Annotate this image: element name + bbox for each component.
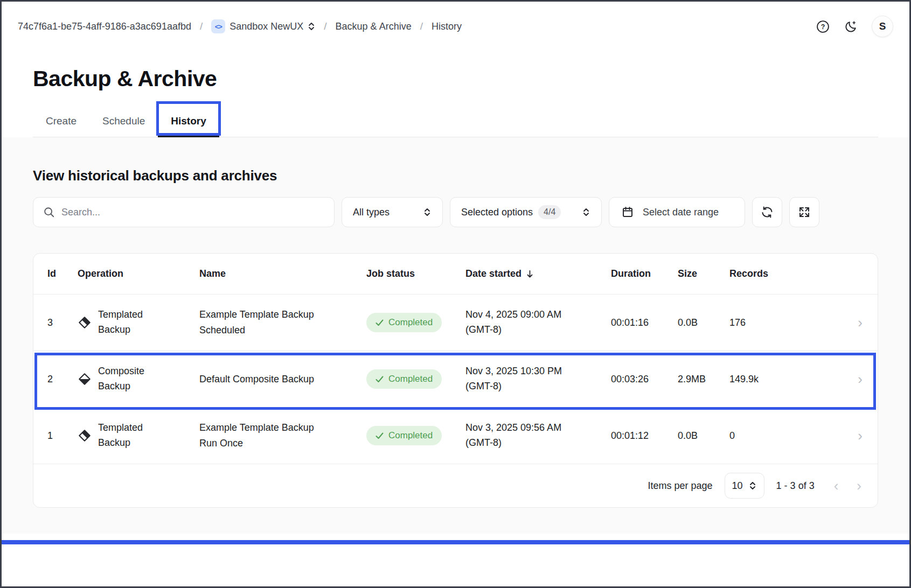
composite-backup-icon [78,372,92,386]
cell-operation: Templated Backup [78,421,199,451]
options-filter-select[interactable]: Selected options 4/4 [450,197,602,227]
sort-desc-icon [526,270,534,278]
type-filter-select[interactable]: All types [342,197,443,227]
options-count-badge: 4/4 [538,205,561,219]
code-brackets-icon: <> [211,19,225,33]
table-pagination: Items per page 10 1 - 3 of 3 ‹ › [33,464,878,507]
date-value: Nov 3, 2025 10:30 PM [465,364,611,379]
bottom-whitespace [2,544,909,586]
cell-id: 2 [47,374,78,385]
col-header-name[interactable]: Name [199,268,366,279]
breadcrumb-org-id[interactable]: 74c7f6a1-be75-4aff-9186-a3ac691aafbd [18,21,191,32]
col-header-operation[interactable]: Operation [78,268,199,279]
cell-operation: Composite Backup [78,364,199,394]
items-per-page-value: 10 [732,480,743,492]
cell-job-status: Completed [366,313,465,332]
cell-records: 176 [729,317,785,328]
cell-size: 0.0B [678,317,729,328]
tab-create[interactable]: Create [33,106,89,137]
cell-date-started: Nov 3, 2025 10:30 PM (GMT-8) [465,364,611,394]
operation-label: Composite Backup [98,364,154,394]
cell-job-status: Completed [366,369,465,389]
templated-backup-icon [78,429,92,443]
status-label: Completed [388,430,433,441]
timezone-value: (GMT-8) [465,323,611,338]
timezone-value: (GMT-8) [465,379,611,394]
filter-toolbar: All types Selected options 4/4 Select da… [33,197,878,227]
history-table: Id Operation Name Job status Date starte… [33,253,878,508]
search-input[interactable] [61,207,324,218]
cell-duration: 00:01:16 [611,317,678,328]
cell-records: 149.9k [729,374,785,385]
check-icon [375,319,384,326]
check-icon [375,376,384,383]
page-header: Backup & Archive Create Schedule History [2,66,909,137]
pagination-prev-icon[interactable]: ‹ [834,479,839,493]
tab-schedule-label: Schedule [102,115,145,127]
chevron-up-down-icon [748,480,757,491]
cell-name: Example Template Backup Run Once [199,420,334,451]
cell-id: 3 [47,317,78,328]
status-badge: Completed [366,426,442,445]
table-header-row: Id Operation Name Job status Date starte… [33,254,878,294]
cell-size: 2.9MB [678,374,729,385]
chevron-up-down-icon [423,207,432,218]
svg-text:?: ? [820,23,825,30]
dark-mode-moon-icon[interactable] [844,19,858,33]
status-badge: Completed [366,369,442,389]
tab-bar: Create Schedule History [33,106,878,137]
cell-date-started: Nov 4, 2025 09:00 AM (GMT-8) [465,307,611,338]
cell-records: 0 [729,430,785,442]
items-per-page-select[interactable]: 10 [725,473,764,499]
tab-history-label: History [171,115,206,127]
status-label: Completed [388,317,433,328]
chevron-up-down-icon [582,207,590,218]
cell-size: 0.0B [678,430,729,442]
breadcrumb-environment[interactable]: <> Sandbox NewUX [211,19,315,33]
col-header-job-status[interactable]: Job status [366,268,465,279]
row-chevron-right-icon[interactable]: › [858,429,864,443]
operation-label: Templated Backup [98,421,154,451]
breadcrumb-backup-archive[interactable]: Backup & Archive [336,21,412,32]
table-row-id-2[interactable]: 2 Composite Backup Default Composite Bac… [33,351,878,407]
col-header-date-started[interactable]: Date started [465,268,611,279]
breadcrumb: 74c7f6a1-be75-4aff-9186-a3ac691aafbd / <… [18,19,462,33]
row-chevron-right-icon[interactable]: › [858,316,864,330]
cell-name: Example Template Backup Scheduled [199,307,334,338]
breadcrumb-backup-archive-label: Backup & Archive [336,21,412,32]
breadcrumb-separator: / [324,20,326,32]
check-icon [375,432,384,439]
col-header-duration[interactable]: Duration [611,268,678,279]
row-chevron-right-icon[interactable]: › [858,372,864,386]
top-bar: 74c7f6a1-be75-4aff-9186-a3ac691aafbd / <… [2,2,909,51]
top-bar-actions: ? S [816,16,893,37]
pagination-next-icon[interactable]: › [857,479,861,493]
options-filter-label: Selected options [461,207,533,218]
operation-label: Templated Backup [98,307,154,338]
page-title: Backup & Archive [33,66,878,92]
date-range-label: Select date range [643,207,719,218]
breadcrumb-history-label: History [432,21,462,32]
section-heading: View historical backups and archives [33,137,878,184]
calendar-icon [621,206,634,219]
status-badge: Completed [366,313,442,332]
tab-history[interactable]: History [158,106,219,137]
col-header-id[interactable]: Id [47,268,78,279]
refresh-button[interactable] [752,197,782,227]
col-header-records[interactable]: Records [729,268,785,279]
search-box[interactable] [33,197,335,227]
breadcrumb-history[interactable]: History [432,21,462,32]
tab-schedule[interactable]: Schedule [89,106,158,137]
templated-backup-icon [78,316,92,330]
fullscreen-button[interactable] [789,197,819,227]
user-avatar[interactable]: S [872,16,893,37]
table-row-id-1[interactable]: 1 Templated Backup Example Template Back… [33,407,878,464]
cell-job-status: Completed [366,426,465,445]
date-range-picker[interactable]: Select date range [609,197,745,227]
breadcrumb-org-id-label: 74c7f6a1-be75-4aff-9186-a3ac691aafbd [18,21,191,32]
help-icon[interactable]: ? [816,19,830,33]
cell-name: Default Composite Backup [199,372,334,387]
status-label: Completed [388,374,433,384]
col-header-size[interactable]: Size [678,268,729,279]
table-row-id-3[interactable]: 3 Templated Backup Example Template Back… [33,294,878,351]
